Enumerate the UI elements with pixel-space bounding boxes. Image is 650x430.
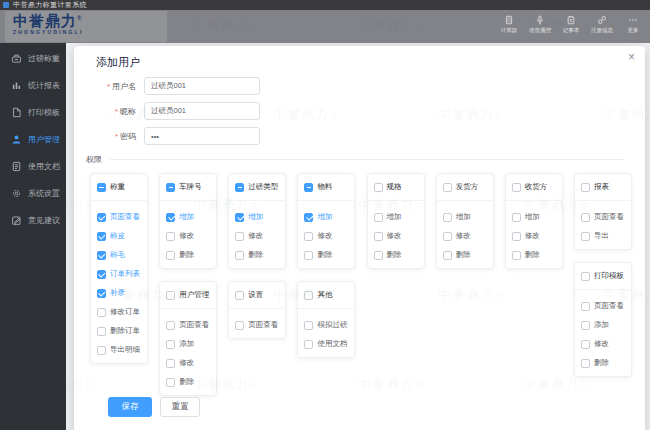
- tool-voice-broadcast[interactable]: 语音播控: [524, 15, 555, 35]
- permission-group-toggle[interactable]: 称重: [91, 174, 147, 201]
- permission-item[interactable]: 删除: [166, 250, 210, 260]
- permission-item[interactable]: 修改: [512, 231, 556, 241]
- permission-item[interactable]: 添加: [581, 320, 625, 330]
- permission-item[interactable]: 修改: [166, 231, 210, 241]
- checkbox-icon[interactable]: [304, 183, 313, 192]
- checkbox-icon[interactable]: [97, 183, 106, 192]
- checkbox-icon[interactable]: [235, 213, 244, 222]
- permission-item[interactable]: 删除: [166, 377, 210, 387]
- permission-group-toggle[interactable]: 打印模板: [575, 263, 631, 290]
- permission-item[interactable]: 修改: [166, 358, 210, 368]
- permission-group-toggle[interactable]: 物料: [298, 174, 354, 201]
- checkbox-icon[interactable]: [304, 232, 313, 241]
- tool-registration-info[interactable]: 注册信息: [586, 15, 617, 35]
- checkbox-icon[interactable]: [581, 359, 590, 368]
- sidebar-item-system-settings[interactable]: 系统设置: [0, 180, 66, 207]
- permission-item[interactable]: 页面查看: [97, 212, 141, 222]
- checkbox-icon[interactable]: [304, 321, 313, 330]
- permission-item[interactable]: 订单列表: [97, 269, 141, 279]
- permission-group-toggle[interactable]: 车牌号: [160, 174, 216, 201]
- permission-item[interactable]: 称毛: [97, 250, 141, 260]
- checkbox-icon[interactable]: [581, 302, 590, 311]
- checkbox-icon[interactable]: [235, 251, 244, 260]
- permission-item[interactable]: 增加: [374, 212, 418, 222]
- permission-group-toggle[interactable]: 报表: [575, 174, 631, 201]
- permission-item[interactable]: 删除: [581, 358, 625, 368]
- permission-item[interactable]: 称皮: [97, 231, 141, 241]
- permission-item[interactable]: 页面查看: [166, 320, 210, 330]
- checkbox-icon[interactable]: [512, 251, 521, 260]
- permission-group-toggle[interactable]: 过磅类型: [229, 174, 285, 201]
- checkbox-icon[interactable]: [512, 213, 521, 222]
- permission-item[interactable]: 页面查看: [235, 320, 279, 330]
- permission-item[interactable]: 修改: [443, 231, 487, 241]
- tool-more[interactable]: 更多: [617, 15, 648, 35]
- checkbox-icon[interactable]: [97, 232, 106, 241]
- permission-item[interactable]: 删除: [512, 250, 556, 260]
- permission-item[interactable]: 删除: [304, 250, 348, 260]
- permission-item[interactable]: 修改: [235, 231, 279, 241]
- checkbox-icon[interactable]: [235, 183, 244, 192]
- reset-button[interactable]: 重置: [160, 397, 200, 417]
- permission-group-toggle[interactable]: 用户管理: [160, 282, 216, 309]
- checkbox-icon[interactable]: [304, 251, 313, 260]
- checkbox-icon[interactable]: [304, 340, 313, 349]
- permission-item[interactable]: 页面查看: [581, 212, 625, 222]
- checkbox-icon[interactable]: [512, 232, 521, 241]
- permission-group-toggle[interactable]: 收货方: [506, 174, 562, 201]
- permission-item[interactable]: 补录: [97, 288, 141, 298]
- permission-item[interactable]: 增加: [304, 212, 348, 222]
- permission-item[interactable]: 删除: [374, 250, 418, 260]
- checkbox-icon[interactable]: [581, 340, 590, 349]
- checkbox-icon[interactable]: [166, 232, 175, 241]
- checkbox-icon[interactable]: [581, 321, 590, 330]
- checkbox-icon[interactable]: [97, 346, 106, 355]
- checkbox-icon[interactable]: [443, 251, 452, 260]
- permission-item[interactable]: 删除: [235, 250, 279, 260]
- checkbox-icon[interactable]: [166, 321, 175, 330]
- checkbox-icon[interactable]: [166, 291, 175, 300]
- checkbox-icon[interactable]: [166, 340, 175, 349]
- checkbox-icon[interactable]: [304, 291, 313, 300]
- permission-item[interactable]: 使用文档: [304, 339, 348, 349]
- sidebar-item-user-docs[interactable]: 使用文档: [0, 153, 66, 180]
- checkbox-icon[interactable]: [97, 308, 106, 317]
- close-icon[interactable]: ×: [628, 51, 635, 63]
- checkbox-icon[interactable]: [166, 213, 175, 222]
- permission-item[interactable]: 修改: [581, 339, 625, 349]
- sidebar-item-weighing[interactable]: 过磅称重: [0, 45, 66, 72]
- sidebar-item-reports[interactable]: 统计报表: [0, 72, 66, 99]
- checkbox-icon[interactable]: [235, 321, 244, 330]
- permission-item[interactable]: 添加: [166, 339, 210, 349]
- checkbox-icon[interactable]: [97, 270, 106, 279]
- checkbox-icon[interactable]: [374, 251, 383, 260]
- checkbox-icon[interactable]: [166, 359, 175, 368]
- permission-item[interactable]: 导出明细: [97, 345, 141, 355]
- sidebar-item-print-template[interactable]: 打印模板: [0, 99, 66, 126]
- checkbox-icon[interactable]: [235, 291, 244, 300]
- checkbox-icon[interactable]: [97, 327, 106, 336]
- checkbox-icon[interactable]: [581, 272, 590, 281]
- sidebar-item-user-management[interactable]: 用户管理: [0, 126, 66, 153]
- permission-item[interactable]: 导出: [581, 231, 625, 241]
- checkbox-icon[interactable]: [235, 232, 244, 241]
- checkbox-icon[interactable]: [97, 289, 106, 298]
- password-input[interactable]: [144, 127, 260, 145]
- permission-item[interactable]: 增加: [235, 212, 279, 222]
- permission-item[interactable]: 模拟过磅: [304, 320, 348, 330]
- checkbox-icon[interactable]: [166, 183, 175, 192]
- tool-calculator[interactable]: 计算器: [493, 15, 524, 35]
- permission-item[interactable]: 修改: [304, 231, 348, 241]
- save-button[interactable]: 保存: [108, 397, 152, 417]
- permission-item[interactable]: 增加: [443, 212, 487, 222]
- permission-item[interactable]: 增加: [512, 212, 556, 222]
- permission-group-toggle[interactable]: 其他: [298, 282, 354, 309]
- sidebar-item-feedback[interactable]: 意见建议: [0, 207, 66, 234]
- checkbox-icon[interactable]: [581, 213, 590, 222]
- permission-group-toggle[interactable]: 设置: [229, 282, 285, 309]
- permission-item[interactable]: 修改: [374, 231, 418, 241]
- permission-item[interactable]: 删除: [443, 250, 487, 260]
- username-input[interactable]: [144, 77, 260, 95]
- checkbox-icon[interactable]: [97, 251, 106, 260]
- checkbox-icon[interactable]: [443, 183, 452, 192]
